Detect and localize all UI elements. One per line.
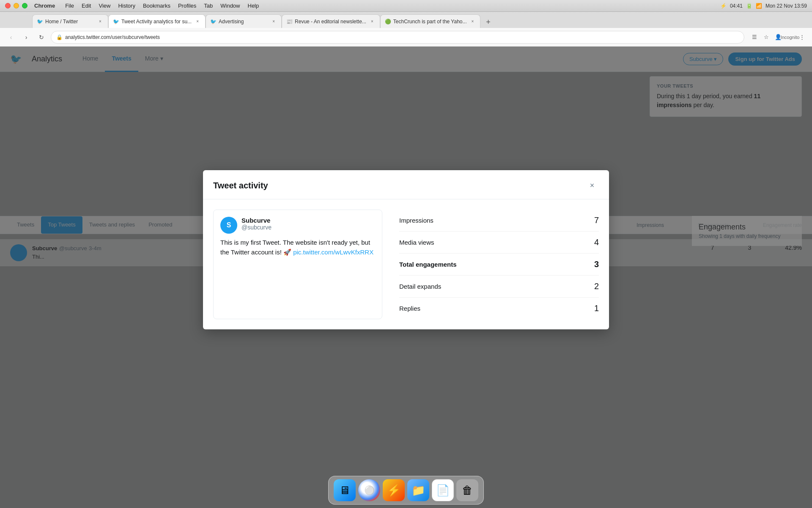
- tab-favicon: 📰: [286, 19, 292, 25]
- system-clock: ⚡ 04:41 🔋 📶 Mon 22 Nov 13:59: [720, 3, 807, 9]
- finder-icon: 🖥: [339, 484, 350, 497]
- tab-home-twitter[interactable]: 🐦 Home / Twitter ×: [32, 14, 108, 28]
- tab-title: Home / Twitter: [45, 19, 94, 25]
- close-window-button[interactable]: [5, 3, 11, 8]
- menu-bookmarks[interactable]: Bookmarks: [140, 2, 174, 10]
- address-text[interactable]: analytics.twitter.com/user/subcurve/twee…: [65, 34, 739, 40]
- tweet-activity-modal: Tweet activity × S Subcurve @subcurve Th…: [203, 170, 609, 329]
- tab-favicon: 🟢: [385, 19, 391, 25]
- dock-trash[interactable]: 🗑: [456, 479, 478, 501]
- tab-close-button[interactable]: ×: [97, 18, 104, 25]
- back-button[interactable]: ‹: [5, 31, 17, 43]
- modal-body: S Subcurve @subcurve This is my first Tw…: [203, 199, 609, 329]
- tweet-card: S Subcurve @subcurve This is my first Tw…: [213, 210, 382, 319]
- browser-window: 🐦 Home / Twitter × 🐦 Tweet Activity anal…: [0, 12, 812, 508]
- dock-chrome[interactable]: ⚪: [358, 479, 380, 501]
- tab-techcrunch[interactable]: 🟢 TechCrunch is part of the Yaho... ×: [380, 14, 481, 28]
- extensions-icon[interactable]: ☰: [749, 32, 760, 42]
- app-name: Chrome: [34, 3, 55, 9]
- tab-favicon: 🐦: [113, 19, 119, 25]
- tweet-card-avatar: S: [220, 217, 237, 234]
- tab-favicon: 🐦: [37, 19, 43, 25]
- modal-header: Tweet activity ×: [203, 170, 609, 199]
- new-tab-button[interactable]: +: [482, 16, 494, 28]
- chrome-icon: ⚪: [364, 485, 375, 495]
- dock-notes[interactable]: ⚡: [383, 479, 405, 501]
- tabs-bar: 🐦 Home / Twitter × 🐦 Tweet Activity anal…: [0, 12, 812, 28]
- tab-advertising[interactable]: 🐦 Advertising ×: [206, 14, 282, 28]
- tab-title: Advertising: [219, 19, 268, 25]
- menu-help[interactable]: Help: [244, 2, 263, 10]
- metric-value-impressions: 7: [594, 215, 599, 225]
- dock-finder[interactable]: 🖥: [334, 479, 356, 501]
- menu-file[interactable]: File: [62, 2, 77, 10]
- nav-icons: ☰ ☆ 👤 Incognito ⋮: [749, 32, 807, 42]
- menubar: File Edit View History Bookmarks Profile…: [62, 2, 262, 10]
- menu-profiles[interactable]: Profiles: [175, 2, 200, 10]
- fullscreen-window-button[interactable]: [22, 3, 27, 8]
- tab-tweet-activity[interactable]: 🐦 Tweet Activity analytics for su... ×: [108, 14, 206, 28]
- tweet-card-user: Subcurve @subcurve: [241, 217, 272, 231]
- notes-icon: ⚡: [387, 484, 401, 497]
- modal-title: Tweet activity: [213, 181, 268, 190]
- menu-view[interactable]: View: [95, 2, 114, 10]
- tab-close-button[interactable]: ×: [270, 18, 277, 25]
- metric-value-detail-expands: 2: [594, 282, 599, 291]
- tab-close-button[interactable]: ×: [369, 18, 376, 25]
- menu-edit[interactable]: Edit: [78, 2, 94, 10]
- lock-icon: 🔒: [56, 34, 63, 40]
- tab-revue[interactable]: 📰 Revue - An editorial newslette... ×: [282, 14, 380, 28]
- tab-close-button[interactable]: ×: [469, 18, 476, 25]
- modal-close-button[interactable]: ×: [585, 179, 599, 192]
- trash-icon: 🗑: [462, 484, 473, 497]
- calendar-icon: 📄: [436, 484, 450, 497]
- metric-label-replies: Replies: [399, 305, 420, 312]
- metric-label-impressions: Impressions: [399, 217, 433, 224]
- tab-title: Tweet Activity analytics for su...: [121, 19, 192, 25]
- tweet-card-header: S Subcurve @subcurve: [220, 217, 375, 234]
- metric-row-replies: Replies 1: [399, 298, 599, 319]
- page-content: 🐦 Analytics Home Tweets More ▾ Subcurve …: [0, 47, 812, 508]
- address-bar[interactable]: 🔒 analytics.twitter.com/user/subcurve/tw…: [51, 31, 744, 44]
- tab-favicon: 🐦: [210, 19, 216, 25]
- tab-title: Revue - An editorial newslette...: [295, 19, 366, 25]
- menu-tab[interactable]: Tab: [200, 2, 216, 10]
- menu-history[interactable]: History: [115, 2, 138, 10]
- incognito-label: Incognito: [785, 32, 795, 42]
- dock-calendar[interactable]: 📄: [432, 479, 454, 501]
- metrics-panel: Impressions 7 Media views 4 Total engage…: [399, 210, 599, 319]
- dock: 🖥 ⚪ ⚡ 📁 📄 🗑: [328, 476, 484, 505]
- tab-close-button[interactable]: ×: [194, 18, 201, 25]
- metric-value-total-engagements: 3: [594, 260, 599, 269]
- metric-value-media-views: 4: [594, 237, 599, 247]
- metric-label-total-engagements: Total engagements: [399, 261, 457, 268]
- tweet-card-text: This is my first Tweet. The website isn'…: [220, 238, 375, 257]
- tweet-card-handle: @subcurve: [241, 224, 272, 231]
- bookmark-icon[interactable]: ☆: [761, 32, 771, 42]
- metric-row-impressions: Impressions 7: [399, 210, 599, 232]
- metric-row-total-engagements: Total engagements 3: [399, 254, 599, 276]
- minimize-window-button[interactable]: [14, 3, 19, 8]
- dock-files[interactable]: 📁: [407, 479, 429, 501]
- titlebar: Chrome File Edit View History Bookmarks …: [0, 0, 812, 12]
- metric-label-media-views: Media views: [399, 239, 434, 246]
- tweet-card-link[interactable]: pic.twitter.com/wLwvKfxRRX: [293, 248, 373, 256]
- menu-button[interactable]: ⋮: [797, 32, 807, 42]
- metric-value-replies: 1: [594, 304, 599, 313]
- nav-bar: ‹ › ↻ 🔒 analytics.twitter.com/user/subcu…: [0, 28, 812, 47]
- files-icon: 📁: [411, 484, 425, 497]
- metric-row-detail-expands: Detail expands 2: [399, 276, 599, 298]
- forward-button[interactable]: ›: [20, 31, 32, 43]
- menu-window[interactable]: Window: [217, 2, 243, 10]
- reload-button[interactable]: ↻: [36, 31, 47, 43]
- metric-row-media-views: Media views 4: [399, 232, 599, 254]
- traffic-lights: [5, 3, 27, 8]
- tweet-card-name: Subcurve: [241, 217, 272, 224]
- metric-label-detail-expands: Detail expands: [399, 283, 441, 290]
- tab-title: TechCrunch is part of the Yaho...: [393, 19, 467, 25]
